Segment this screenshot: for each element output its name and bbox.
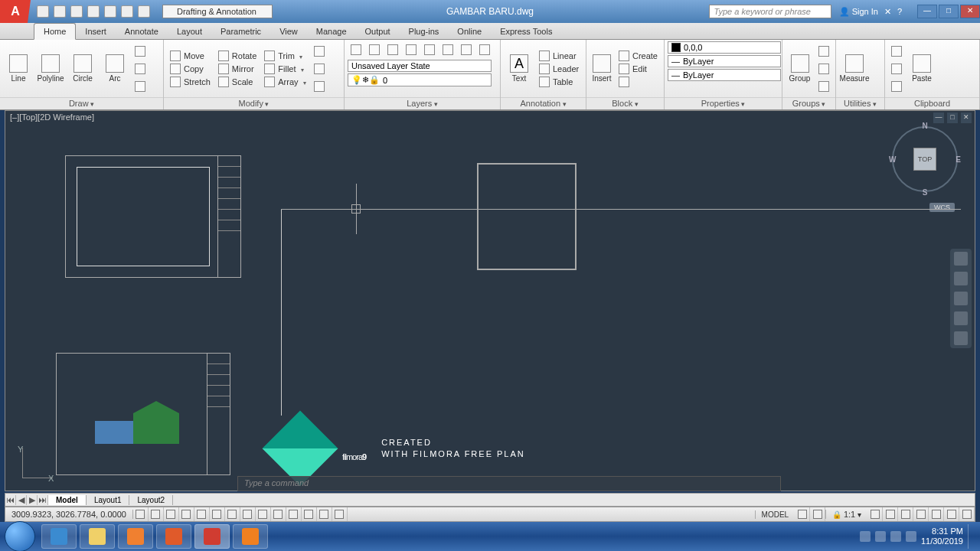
- hatch-tool[interactable]: [132, 78, 149, 95]
- ungroup-icon[interactable]: [815, 43, 832, 60]
- wcs-badge[interactable]: WCS: [929, 203, 955, 212]
- group-edit-icon[interactable]: [815, 60, 832, 77]
- lineweight-dropdown[interactable]: — ByLayer: [668, 55, 781, 67]
- command-line[interactable]: Type a command: [237, 476, 781, 491]
- linear-dim-tool[interactable]: Linear: [536, 50, 582, 62]
- taskbar-ie[interactable]: [41, 524, 77, 549]
- rectangle-tool[interactable]: [132, 43, 149, 60]
- taskbar-explorer[interactable]: [80, 524, 115, 549]
- vp-minimize[interactable]: —: [933, 112, 944, 123]
- osnap-toggle[interactable]: [210, 507, 225, 521]
- tab-output[interactable]: Output: [356, 24, 400, 39]
- qat-new-icon[interactable]: [37, 5, 49, 18]
- showmotion-icon[interactable]: [954, 331, 968, 345]
- start-button[interactable]: [5, 521, 35, 551]
- help-icon[interactable]: ?: [897, 7, 902, 16]
- array-tool[interactable]: Array: [261, 76, 309, 88]
- tab-insert[interactable]: Insert: [76, 24, 116, 39]
- mirror-tool[interactable]: Mirror: [215, 63, 260, 75]
- block-attr-tool[interactable]: [616, 76, 661, 88]
- panel-groups-title[interactable]: Groups: [792, 99, 826, 108]
- ducs-toggle[interactable]: [256, 507, 271, 521]
- minimize-button[interactable]: —: [917, 5, 937, 18]
- insert-block-tool[interactable]: Insert: [590, 53, 614, 84]
- workspace-switch-icon[interactable]: [898, 507, 913, 521]
- edit-block-tool[interactable]: Edit: [616, 63, 661, 75]
- line-tool[interactable]: Line: [3, 53, 34, 84]
- ortho-toggle[interactable]: [179, 507, 194, 521]
- measure-tool[interactable]: Measure: [839, 53, 870, 84]
- maximize-button[interactable]: □: [939, 5, 959, 18]
- panel-clipboard-title[interactable]: Clipboard: [914, 99, 950, 108]
- polar-toggle[interactable]: [194, 507, 210, 521]
- quickview-layouts-icon[interactable]: [795, 507, 810, 521]
- offset-tool[interactable]: [311, 78, 328, 95]
- panel-annotation-title[interactable]: Annotation: [520, 99, 566, 108]
- qat-saveas-icon[interactable]: [87, 5, 100, 18]
- layer-state-dropdown[interactable]: Unsaved Layer State: [348, 60, 492, 72]
- group-select-icon[interactable]: [815, 78, 832, 95]
- layer-prev-icon[interactable]: [439, 41, 456, 58]
- show-desktop-button[interactable]: [968, 524, 974, 549]
- qat-undo-icon[interactable]: [121, 5, 133, 18]
- tab-manage[interactable]: Manage: [307, 24, 356, 39]
- selection-cycle-toggle[interactable]: [332, 507, 348, 521]
- infer-constraints-toggle[interactable]: [133, 507, 149, 521]
- explode-tool[interactable]: [311, 60, 328, 77]
- viewcube-top-face[interactable]: TOP: [913, 148, 936, 171]
- tab-express[interactable]: Express Tools: [491, 24, 561, 39]
- leader-tool[interactable]: Leader: [536, 63, 582, 75]
- lineweight-toggle[interactable]: [286, 507, 302, 521]
- panel-layers-title[interactable]: Layers: [407, 99, 438, 108]
- layer-prop-icon[interactable]: [348, 41, 364, 58]
- taskbar-mediaplayer[interactable]: [118, 524, 153, 549]
- toolbar-lock-icon[interactable]: [913, 507, 929, 521]
- fillet-tool[interactable]: Fillet: [261, 63, 309, 75]
- panel-modify-title[interactable]: Modify: [239, 99, 270, 108]
- layer-match-icon[interactable]: [421, 41, 438, 58]
- orbit-icon[interactable]: [954, 311, 968, 325]
- qat-redo-icon[interactable]: [138, 5, 150, 18]
- layout-next-icon[interactable]: ▶: [27, 495, 38, 505]
- table-tool[interactable]: Table: [536, 76, 582, 88]
- tray-network-icon[interactable]: [890, 531, 901, 542]
- circle-tool[interactable]: Circle: [67, 53, 98, 84]
- osnap3d-toggle[interactable]: [225, 507, 240, 521]
- layer-lock-icon[interactable]: [403, 41, 420, 58]
- panel-block-title[interactable]: Block: [612, 99, 638, 108]
- group-tool[interactable]: Group: [786, 53, 814, 84]
- snap-toggle[interactable]: [149, 507, 164, 521]
- anno-autoscale-icon[interactable]: [883, 507, 898, 521]
- signin-button[interactable]: 👤 Sign In: [839, 7, 878, 17]
- panel-properties-title[interactable]: Properties: [701, 99, 746, 108]
- drawing-viewport[interactable]: [–][Top][2D Wireframe] — □ ✕ N S E W TOP…: [5, 110, 975, 491]
- coordinate-display[interactable]: 3009.9323, 3026.7784, 0.0000: [5, 510, 133, 519]
- copy-tool[interactable]: Copy: [167, 63, 214, 75]
- color-dropdown[interactable]: 0,0,0: [668, 41, 781, 54]
- layer-off-icon[interactable]: [366, 41, 383, 58]
- pan-icon[interactable]: [954, 272, 968, 285]
- tab-home[interactable]: Home: [34, 23, 76, 40]
- layer-more-icon[interactable]: [476, 41, 493, 58]
- ellipse-tool[interactable]: [132, 60, 149, 77]
- vp-close[interactable]: ✕: [961, 112, 972, 123]
- steering-wheel-icon[interactable]: [954, 252, 968, 266]
- tray-volume-icon[interactable]: [906, 531, 916, 542]
- erase-tool[interactable]: [311, 43, 328, 60]
- quickview-drawings-icon[interactable]: [810, 507, 825, 521]
- viewcube[interactable]: N S E W TOP: [890, 125, 959, 194]
- close-button[interactable]: ✕: [960, 5, 980, 18]
- arc-tool[interactable]: Arc: [100, 53, 130, 84]
- qat-plot-icon[interactable]: [104, 5, 116, 18]
- anno-visibility-icon[interactable]: [867, 507, 883, 521]
- app-menu-button[interactable]: A: [0, 0, 31, 23]
- layout-tab-layout2[interactable]: Layout2: [129, 495, 173, 505]
- layer-current-dropdown[interactable]: 💡❄🔒 0: [348, 73, 492, 86]
- polyline-tool[interactable]: Polyline: [35, 53, 66, 84]
- tab-parametric[interactable]: Parametric: [211, 24, 270, 39]
- scale-tool[interactable]: Scale: [215, 76, 260, 88]
- qat-open-icon[interactable]: [54, 5, 66, 18]
- tray-show-hidden-icon[interactable]: [860, 531, 871, 542]
- paste-tool[interactable]: Paste: [906, 53, 937, 84]
- clean-screen-icon[interactable]: [959, 507, 975, 521]
